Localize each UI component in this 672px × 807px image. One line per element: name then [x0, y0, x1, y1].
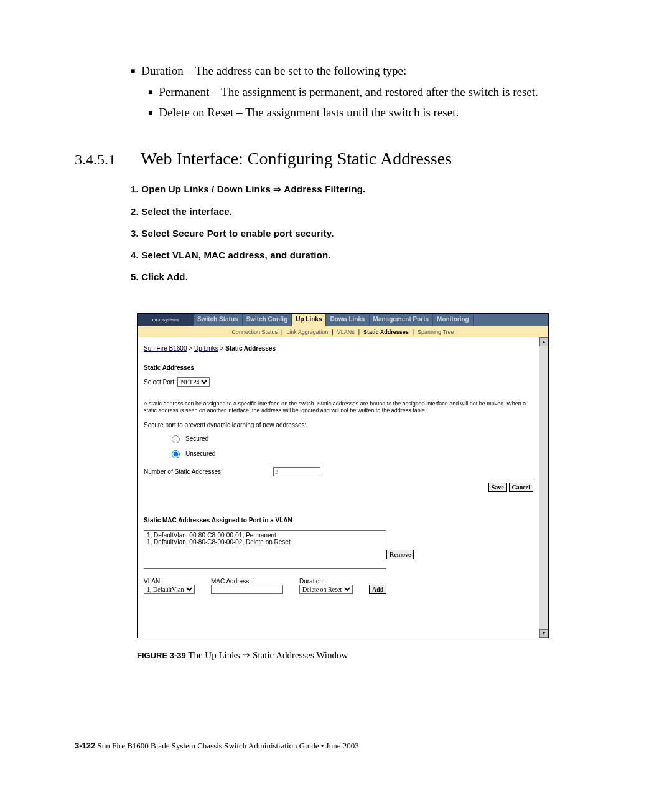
section-number: 3.4.5.1: [75, 151, 116, 168]
duration-label: Duration:: [299, 578, 353, 585]
step-1: 1. Open Up Links / Down Links ⇒ Address …: [131, 184, 597, 195]
select-port[interactable]: NETP4: [177, 377, 210, 387]
save-button[interactable]: Save: [488, 483, 507, 492]
step-4: 4. Select VLAN, MAC address, and duratio…: [131, 250, 597, 260]
radio-secured-label: Secured: [185, 435, 208, 442]
bullet-icon: ■: [148, 83, 152, 101]
page-number: 3-122: [75, 741, 95, 750]
list-item[interactable]: 1, DefaultVlan, 00-80-C8-00-00-01, Perma…: [147, 532, 383, 539]
secure-port-label: Secure port to prevent dynamic learning …: [144, 422, 533, 428]
description-text: A static address can be assigned to a sp…: [144, 400, 533, 415]
delete-text: Delete on Reset – The assignment lasts u…: [159, 104, 459, 121]
duration-text: Duration – The address can be set to the…: [141, 62, 406, 80]
scroll-down-icon[interactable]: ▾: [539, 629, 548, 638]
subnav-static-addresses[interactable]: Static Addresses: [363, 329, 409, 335]
step-5: 5. Click Add.: [131, 271, 597, 282]
tab-switch-status[interactable]: Switch Status: [194, 314, 243, 326]
mac-input[interactable]: [211, 585, 283, 594]
mac-list-heading: Static MAC Addresses Assigned to Port in…: [144, 517, 533, 524]
footer-text: Sun Fire B1600 Blade System Chassis Swit…: [95, 741, 358, 750]
logo: microsystems: [138, 314, 194, 326]
cancel-button[interactable]: Cancel: [509, 483, 533, 492]
add-button[interactable]: Add: [369, 585, 386, 594]
panel-heading: Static Addresses: [144, 364, 533, 371]
tab-up-links[interactable]: Up Links: [292, 314, 326, 326]
tab-down-links[interactable]: Down Links: [326, 314, 369, 326]
crumb-uplinks[interactable]: Up Links: [194, 345, 218, 352]
tab-management-ports[interactable]: Management Ports: [370, 314, 433, 326]
figure-caption: The Up Links ⇒ Static Addresses Window: [186, 650, 348, 660]
bullet-icon: ■: [148, 104, 152, 121]
num-addr-label: Number of Static Addresses:: [144, 468, 268, 475]
select-port-label: Select Port:: [144, 379, 176, 385]
crumb-root[interactable]: Sun Fire B1600: [144, 345, 187, 352]
mac-label: MAC Address:: [211, 578, 283, 585]
subnav-vlans[interactable]: VLANs: [337, 329, 355, 335]
scrollbar[interactable]: ▴ ▾: [539, 337, 548, 638]
crumb-current: Static Addresses: [225, 345, 276, 352]
tab-switch-config[interactable]: Switch Config: [243, 314, 292, 326]
radio-unsecured[interactable]: [172, 450, 180, 458]
step-3: 3. Select Secure Port to enable port sec…: [131, 228, 597, 238]
subnav-connection-status[interactable]: Connection Status: [231, 329, 278, 335]
vlan-select[interactable]: 1, DefaultVlan: [144, 585, 195, 594]
remove-button[interactable]: Remove: [386, 550, 414, 559]
bullet-icon: ■: [131, 62, 135, 80]
breadcrumb: Sun Fire B1600 > Up Links > Static Addre…: [144, 345, 533, 352]
step-2: 2. Select the interface.: [131, 206, 597, 217]
vlan-label: VLAN:: [144, 578, 195, 585]
screenshot: microsystems Switch Status Switch Config…: [137, 313, 549, 638]
num-addr-input[interactable]: [273, 467, 320, 476]
subnav-spanning-tree[interactable]: Spanning Tree: [418, 329, 454, 335]
section-title: Web Interface: Configuring Static Addres…: [141, 149, 452, 169]
subnav-link-aggregation[interactable]: Link Aggregation: [286, 329, 328, 335]
list-item[interactable]: 1, DefaultVlan, 00-80-C8-00-00-02, Delet…: [147, 539, 383, 545]
figure-label: FIGURE 3-39: [137, 651, 186, 660]
scroll-up-icon[interactable]: ▴: [539, 337, 548, 346]
tab-monitoring[interactable]: Monitoring: [433, 314, 474, 326]
permanent-text: Permanent – The assignment is permanent,…: [159, 83, 538, 101]
radio-unsecured-label: Unsecured: [185, 450, 215, 457]
radio-secured[interactable]: [172, 435, 180, 443]
duration-select[interactable]: Delete on Reset: [299, 585, 353, 594]
mac-list[interactable]: 1, DefaultVlan, 00-80-C8-00-00-01, Perma…: [144, 530, 386, 569]
